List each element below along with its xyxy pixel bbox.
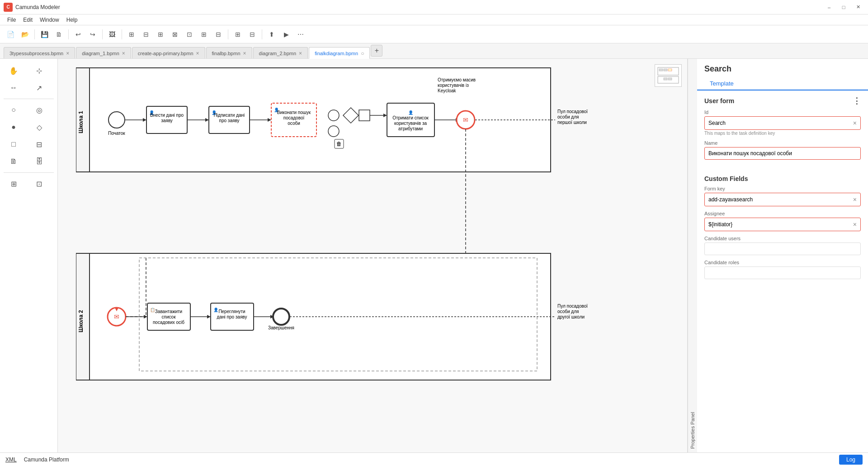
svg-point-79: [273, 309, 289, 325]
space-h-button[interactable]: ⊞: [197, 28, 211, 41]
intermediate-event-tool[interactable]: ◎: [29, 102, 49, 118]
svg-point-13: [108, 112, 125, 128]
titlebar: C Camunda Modeler – □ ✕: [0, 0, 868, 14]
panel-tabs: Template: [697, 77, 868, 90]
svg-text:особи для: особи для: [557, 114, 579, 119]
tab-diagram1[interactable]: diagram_1.bpmn ×: [76, 47, 131, 58]
form-key-input-wrapper[interactable]: add-zayavasearch ×: [704, 193, 861, 206]
redo-button[interactable]: ↪: [86, 28, 99, 41]
tab-3typessubprocess[interactable]: 3typessubprocess.bpmn ×: [4, 47, 75, 58]
svg-text:атрибутами: атрибутами: [398, 126, 423, 131]
canvas[interactable]: Школа 1 Школа 2 Початок 👤 Внести дані пр…: [58, 59, 687, 452]
assignee-input-wrapper[interactable]: ${initiator} ×: [704, 218, 861, 231]
form-key-field: Form key add-zayavasearch ×: [704, 186, 861, 206]
distribute-h-button[interactable]: ⊠: [168, 28, 182, 41]
svg-text:Пул посадової: Пул посадової: [557, 304, 588, 309]
assignee-clear-button[interactable]: ×: [853, 221, 857, 228]
save-button[interactable]: 💾: [38, 28, 51, 41]
svg-point-34: [328, 110, 339, 121]
tab-diagram2[interactable]: diagram_2.bpmn ×: [253, 47, 308, 58]
custom-fields-title: Custom Fields: [704, 175, 861, 182]
svg-text:Внести дані про: Внести дані про: [150, 113, 184, 118]
svg-text:Школа 2: Школа 2: [78, 310, 84, 333]
svg-text:посадових осіб: посадових осіб: [153, 320, 184, 325]
bpmn-canvas-svg[interactable]: Школа 1 Школа 2 Початок 👤 Внести дані пр…: [76, 63, 600, 434]
tab-template[interactable]: Template: [704, 77, 739, 90]
properties-panel-label[interactable]: Properties Panel: [688, 59, 697, 452]
align-left-button[interactable]: ⊞: [125, 28, 138, 41]
space-v-button[interactable]: ⊟: [212, 28, 225, 41]
group-button[interactable]: ⊞: [231, 28, 245, 41]
data-object-tool[interactable]: 🗎: [4, 153, 24, 170]
menu-help[interactable]: Help: [63, 16, 81, 24]
subprocess-tool[interactable]: ⊟: [29, 136, 49, 152]
svg-text:👤: 👤: [408, 110, 414, 115]
id-input-wrapper[interactable]: Search ×: [704, 116, 861, 130]
align-center-button[interactable]: ⊟: [139, 28, 153, 41]
menu-file[interactable]: File: [4, 16, 19, 24]
deploy-button[interactable]: ⬆: [265, 28, 278, 41]
menu-edit[interactable]: Edit: [19, 16, 36, 24]
assignee-value: ${initiator}: [708, 221, 732, 228]
play-button[interactable]: ▶: [279, 28, 293, 41]
svg-text:✉: ✉: [463, 116, 468, 124]
start-event-tool[interactable]: ○: [4, 102, 24, 118]
form-key-clear-button[interactable]: ×: [853, 196, 857, 203]
ungroup-button[interactable]: ⊟: [245, 28, 259, 41]
gateway-tool[interactable]: ◇: [29, 119, 49, 135]
close-button[interactable]: ✕: [852, 2, 864, 12]
save-as-button[interactable]: 🗎: [52, 28, 66, 41]
tab-create-app[interactable]: create-app-primary.bpmn ×: [132, 47, 205, 58]
close-tab-5[interactable]: ×: [299, 50, 302, 57]
add-tab-button[interactable]: +: [371, 45, 382, 57]
user-form-section: User form ⋮ Id Search × This maps to the…: [697, 90, 868, 170]
close-tab-4[interactable]: ×: [243, 50, 246, 57]
candidate-roles-field: Candidate roles: [704, 260, 861, 279]
log-button[interactable]: Log: [839, 455, 863, 465]
minimap[interactable]: [655, 64, 682, 87]
close-tab-6[interactable]: ○: [361, 50, 364, 57]
end-event-tool[interactable]: ●: [4, 119, 24, 135]
distribute-v-button[interactable]: ⊡: [183, 28, 196, 41]
separator-1: [34, 29, 35, 39]
lasso-tool[interactable]: ↗: [29, 80, 49, 96]
connect-tool[interactable]: ↔: [4, 80, 24, 96]
maximize-button[interactable]: □: [837, 2, 850, 12]
participant-tool[interactable]: ⊞: [4, 176, 24, 192]
minimize-button[interactable]: –: [823, 2, 835, 12]
candidate-users-label: Candidate users: [704, 236, 861, 241]
select-tool[interactable]: ⊹: [29, 62, 49, 79]
name-input-wrapper[interactable]: Виконати пошук посадової особи: [704, 147, 861, 160]
platform-label: Camunda Platform: [24, 456, 69, 463]
svg-text:Підписати дані: Підписати дані: [214, 113, 245, 118]
candidate-roles-input[interactable]: [704, 266, 861, 279]
new-file-button[interactable]: 📄: [4, 28, 17, 41]
custom-fields-section: Custom Fields Form key add-zayavasearch …: [697, 170, 868, 289]
svg-text:посадової: посадової: [283, 115, 305, 120]
candidate-users-input[interactable]: [704, 243, 861, 255]
tab-finalbp[interactable]: finalbp.bpmn ×: [206, 47, 252, 58]
open-button[interactable]: 📂: [18, 28, 32, 41]
right-panel: Properties Panel Search Template User fo…: [687, 59, 868, 452]
more-options-icon[interactable]: ⋮: [853, 96, 861, 106]
group-tool[interactable]: ⊡: [29, 176, 49, 192]
data-store-tool[interactable]: 🗄: [29, 153, 49, 170]
align-right-button[interactable]: ⊞: [154, 28, 167, 41]
hand-tool[interactable]: ✋: [4, 62, 24, 79]
more-button[interactable]: ⋯: [294, 28, 307, 41]
svg-text:Отримуємо масив: Отримуємо масив: [438, 77, 476, 82]
insert-image-button[interactable]: 🖼: [105, 28, 119, 41]
close-tab-1[interactable]: ×: [66, 50, 69, 57]
undo-button[interactable]: ↩: [71, 28, 85, 41]
svg-text:другої школи: другої школи: [557, 314, 585, 319]
task-tool[interactable]: □: [4, 136, 24, 152]
close-tab-3[interactable]: ×: [196, 50, 199, 57]
candidate-roles-label: Candidate roles: [704, 260, 861, 265]
close-tab-2[interactable]: ×: [122, 50, 125, 57]
tab-finalkdiagram[interactable]: finalkdiagram.bpmn ○: [309, 47, 370, 59]
section-title: User form ⋮: [704, 96, 861, 106]
menu-window[interactable]: Window: [36, 16, 63, 24]
form-key-value: add-zayavasearch: [708, 196, 753, 203]
xml-link[interactable]: XML: [5, 456, 17, 463]
id-clear-button[interactable]: ×: [853, 119, 857, 127]
